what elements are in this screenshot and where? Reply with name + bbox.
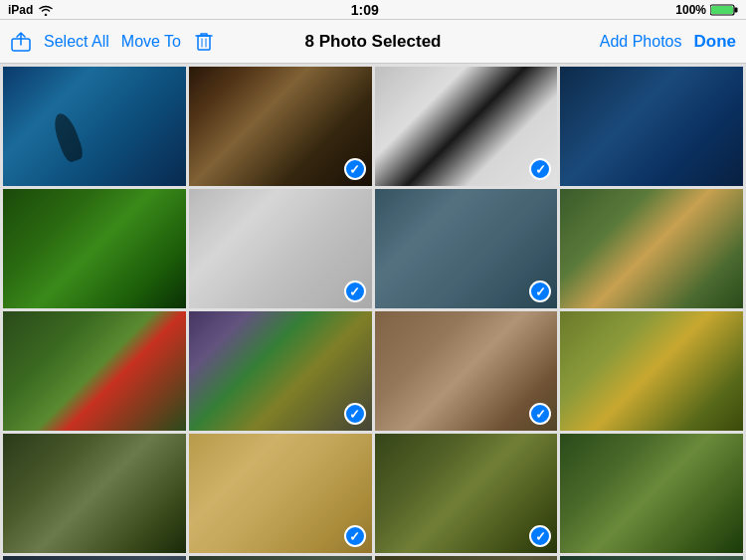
- selected-overlay: [189, 67, 372, 186]
- photo-cell[interactable]: [3, 556, 186, 560]
- selected-overlay: [189, 434, 372, 553]
- photo-cell[interactable]: ✓: [189, 189, 372, 308]
- svg-rect-2: [734, 7, 737, 12]
- photo-cell[interactable]: [560, 311, 743, 431]
- photo-cell[interactable]: ✓: [375, 67, 558, 186]
- battery-icon: [710, 3, 738, 17]
- photo-cell[interactable]: ✓: [189, 67, 372, 186]
- selection-checkmark: ✓: [344, 403, 366, 425]
- move-to-button[interactable]: Move To: [121, 33, 181, 51]
- battery-label: 100%: [675, 3, 706, 17]
- share-icon: [10, 31, 32, 53]
- photo-cell[interactable]: [189, 556, 372, 560]
- photo-cell[interactable]: ✓: [375, 189, 558, 308]
- time-label: 1:09: [351, 2, 379, 18]
- selected-overlay: [189, 189, 372, 308]
- photo-cell[interactable]: [3, 434, 186, 553]
- photo-cell[interactable]: ✓: [375, 311, 558, 431]
- trash-icon: [193, 31, 215, 53]
- share-button[interactable]: [10, 31, 32, 53]
- selected-overlay: [375, 434, 558, 553]
- toolbar: Select All Move To 8 Photo Selected Add …: [0, 20, 746, 64]
- carrier-label: iPad: [8, 3, 33, 17]
- photo-cell[interactable]: [3, 189, 186, 308]
- select-all-button[interactable]: Select All: [44, 33, 109, 51]
- selection-checkmark: ✓: [529, 158, 551, 180]
- photo-cell[interactable]: [375, 556, 558, 560]
- selection-checkmark: ✓: [529, 280, 551, 302]
- add-photos-button[interactable]: Add Photos: [600, 33, 682, 51]
- selected-overlay: [375, 189, 558, 308]
- done-button[interactable]: Done: [694, 32, 737, 52]
- toolbar-title: 8 Photo Selected: [305, 32, 442, 52]
- selected-overlay: [189, 311, 372, 431]
- selection-checkmark: ✓: [344, 525, 366, 547]
- selection-checkmark: ✓: [344, 280, 366, 302]
- photo-cell[interactable]: [560, 556, 743, 560]
- selected-overlay: [375, 311, 558, 431]
- photo-cell[interactable]: ✓: [189, 434, 372, 553]
- toolbar-left: Select All Move To: [10, 31, 215, 53]
- photo-cell[interactable]: [560, 189, 743, 308]
- selection-checkmark: ✓: [529, 403, 551, 425]
- photo-cell[interactable]: [3, 311, 186, 431]
- svg-rect-1: [711, 6, 733, 14]
- photo-grid: ✓✓✓✓✓✓✓✓: [0, 64, 746, 560]
- selection-checkmark: ✓: [529, 525, 551, 547]
- wifi-icon: [38, 4, 54, 16]
- trash-button[interactable]: [193, 31, 215, 53]
- photo-cell[interactable]: [560, 67, 743, 186]
- selection-checkmark: ✓: [344, 158, 366, 180]
- photo-cell[interactable]: ✓: [375, 434, 558, 553]
- status-bar: iPad 1:09 100%: [0, 0, 746, 20]
- toolbar-right: Add Photos Done: [600, 32, 736, 52]
- status-right: 100%: [675, 3, 738, 17]
- selected-overlay: [375, 67, 558, 186]
- photo-cell[interactable]: [560, 434, 743, 553]
- svg-rect-4: [198, 36, 210, 50]
- photo-cell[interactable]: [3, 67, 186, 186]
- photo-cell[interactable]: ✓: [189, 311, 372, 431]
- status-left: iPad: [8, 3, 54, 17]
